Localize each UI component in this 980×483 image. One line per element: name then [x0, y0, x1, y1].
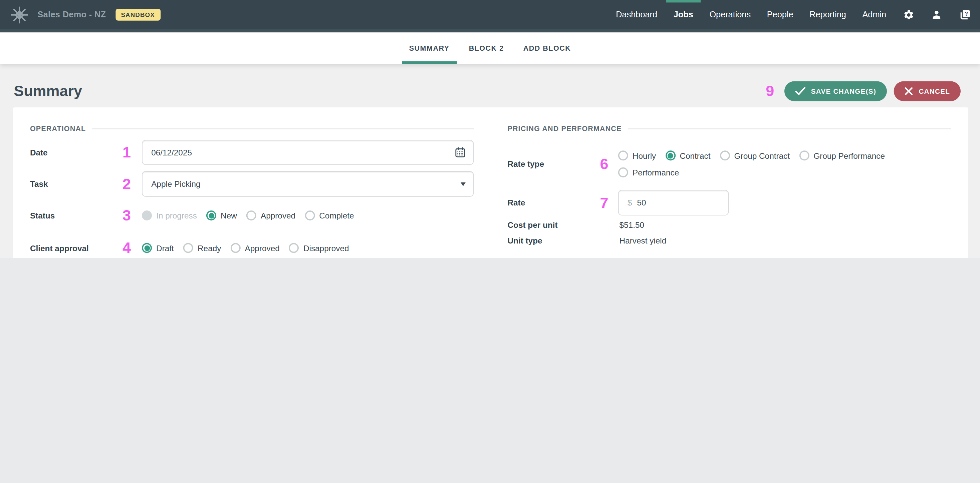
- radio-draft[interactable]: Draft: [142, 243, 174, 253]
- page-actions: 9 SAVE CHANGE(S) CANCEL: [766, 81, 961, 101]
- chevron-down-icon: [461, 182, 466, 186]
- cost-per-unit-value: $51.50: [619, 221, 644, 230]
- radio-hourly-label: Hourly: [633, 151, 656, 160]
- radio-new-label: New: [221, 211, 237, 220]
- cancel-button-label: CANCEL: [919, 87, 950, 95]
- date-input[interactable]: 06/12/2025: [142, 140, 474, 165]
- cost-per-unit-label: Cost per unit: [508, 221, 619, 230]
- nav-people[interactable]: People: [767, 0, 794, 29]
- save-changes-button[interactable]: SAVE CHANGE(S): [784, 81, 887, 101]
- rate-field-row: Rate 7 $ 50: [508, 190, 951, 216]
- app-title: Sales Demo - NZ: [37, 10, 106, 19]
- task-label: Task: [30, 179, 123, 189]
- radio-disapproved[interactable]: Disapproved: [289, 243, 349, 253]
- annotation-2: 2: [123, 175, 131, 192]
- right-column: PRICING AND PERFORMANCE Rate type 6 Hour…: [508, 124, 951, 258]
- nav-dashboard[interactable]: Dashboard: [616, 0, 657, 29]
- date-value: 06/12/2025: [151, 148, 192, 157]
- status-field-row: Status 3 In progress New Ap: [30, 208, 474, 223]
- nav-admin[interactable]: Admin: [862, 0, 886, 29]
- svg-text:?: ?: [965, 10, 968, 16]
- nav-operations[interactable]: Operations: [709, 0, 751, 29]
- nav-reporting[interactable]: Reporting: [810, 0, 846, 29]
- radio-circle: [618, 167, 628, 178]
- section-pricing: PRICING AND PERFORMANCE: [508, 124, 951, 133]
- status-radio-group: In progress New Approved Complete: [142, 209, 474, 221]
- radio-circle: [799, 151, 809, 160]
- annotation-9: 9: [766, 84, 774, 99]
- radio-draft-label: Draft: [156, 243, 174, 253]
- radio-group-performance-label: Group Performance: [813, 151, 885, 160]
- unit-type-label: Unit type: [508, 236, 619, 246]
- settings-gear-icon[interactable]: [903, 9, 915, 21]
- tab-block-2[interactable]: BLOCK 2: [469, 32, 504, 64]
- section-rule: [92, 128, 474, 129]
- operational-header: OPERATIONAL: [30, 125, 86, 132]
- radio-ready[interactable]: Ready: [183, 243, 221, 253]
- cost-per-unit-row: Cost per unit $51.50: [508, 218, 951, 233]
- date-label: Date: [30, 148, 123, 157]
- radio-circle: [305, 210, 315, 221]
- client-approval-field-row: Client approval 4 Draft Ready: [30, 240, 474, 256]
- radio-new[interactable]: New: [206, 210, 237, 221]
- radio-group-performance[interactable]: Group Performance: [799, 151, 885, 160]
- radio-hourly[interactable]: Hourly: [618, 151, 656, 160]
- section-rule: [628, 128, 951, 129]
- radio-approved-label: Approved: [261, 211, 295, 220]
- unit-type-value: Harvest yield: [619, 236, 667, 246]
- primary-nav: Dashboard Jobs Operations People Reporti…: [616, 0, 886, 29]
- radio-complete[interactable]: Complete: [305, 210, 354, 221]
- radio-circle: [247, 210, 256, 221]
- task-select[interactable]: Apple Picking: [142, 171, 474, 197]
- app-root: Sales Demo - NZ SANDBOX Dashboard Jobs O…: [0, 0, 980, 258]
- app-logo-snowflake-icon[interactable]: [10, 5, 29, 24]
- status-label: Status: [30, 211, 123, 220]
- rate-input[interactable]: $ 50: [618, 190, 729, 216]
- radio-contract[interactable]: Contract: [665, 151, 710, 160]
- summary-card: OPERATIONAL Date 1 06/12/2025: [13, 107, 968, 258]
- page-title: Summary: [14, 83, 82, 100]
- check-icon: [795, 87, 805, 95]
- save-button-label: SAVE CHANGE(S): [811, 87, 876, 95]
- radio-circle-disabled: [142, 210, 152, 221]
- tab-summary[interactable]: SUMMARY: [409, 32, 450, 64]
- radio-circle-selected: [142, 243, 152, 253]
- radio-circle: [720, 151, 730, 160]
- radio-in-progress-label: In progress: [156, 211, 197, 220]
- radio-group-contract[interactable]: Group Contract: [720, 151, 790, 160]
- radio-approved[interactable]: Approved: [247, 210, 295, 221]
- rate-type-field-row: Rate type 6 Hourly Contract: [508, 149, 951, 179]
- client-approval-radio-group: Draft Ready Approved Disapproved: [142, 242, 474, 254]
- summary-page: Summary 9 SAVE CHANGE(S) CANCEL: [0, 64, 980, 258]
- account-person-icon[interactable]: [931, 10, 942, 20]
- rate-value: 50: [637, 198, 646, 208]
- rate-type-label: Rate type: [508, 159, 600, 168]
- radio-circle: [289, 243, 299, 253]
- rate-label: Rate: [508, 198, 600, 208]
- rate-type-radio-group: Hourly Contract Group Contract: [618, 149, 951, 179]
- pricing-header: PRICING AND PERFORMANCE: [508, 125, 622, 132]
- radio-circle: [230, 243, 240, 253]
- radio-performance[interactable]: Performance: [618, 167, 679, 178]
- radio-performance-label: Performance: [633, 168, 679, 177]
- annotation-4: 4: [123, 239, 131, 256]
- tab-add-block[interactable]: ADD BLOCK: [523, 32, 571, 64]
- left-column: OPERATIONAL Date 1 06/12/2025: [30, 124, 474, 258]
- cancel-button[interactable]: CANCEL: [894, 81, 961, 101]
- radio-circle-selected: [206, 210, 216, 221]
- help-icon[interactable]: ?: [959, 8, 971, 21]
- radio-client-approved[interactable]: Approved: [230, 243, 279, 253]
- annotation-1: 1: [123, 144, 131, 161]
- top-navbar: Sales Demo - NZ SANDBOX Dashboard Jobs O…: [0, 0, 980, 29]
- annotation-3: 3: [123, 207, 131, 224]
- navbar-icons: ?: [903, 8, 971, 21]
- dollar-prefix: $: [627, 198, 632, 208]
- unit-type-row: Unit type Harvest yield: [508, 233, 951, 248]
- date-field-row: Date 1 06/12/2025: [30, 140, 474, 165]
- calendar-icon[interactable]: [455, 147, 466, 158]
- annotation-6: 6: [600, 155, 608, 172]
- radio-in-progress: In progress: [142, 210, 197, 221]
- client-approval-label: Client approval: [30, 243, 123, 253]
- nav-jobs[interactable]: Jobs: [674, 0, 693, 29]
- radio-ready-label: Ready: [197, 243, 221, 253]
